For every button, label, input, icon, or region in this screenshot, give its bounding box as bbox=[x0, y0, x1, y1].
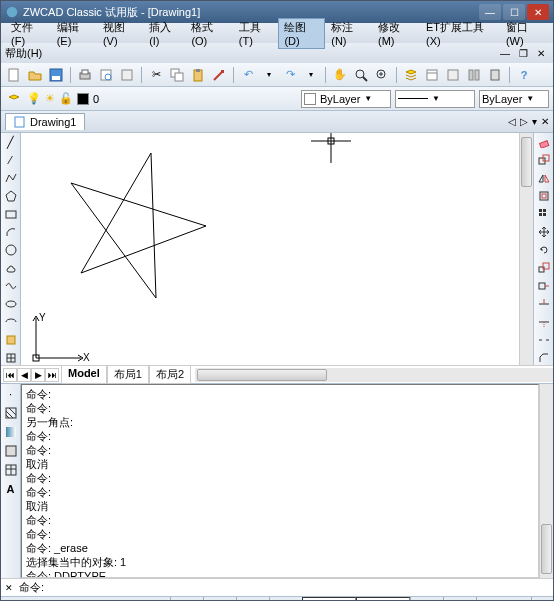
command-history[interactable]: 命令:命令:另一角点:命令:命令:取消命令:命令:取消命令:命令:命令: _er… bbox=[21, 384, 539, 578]
properties-icon[interactable] bbox=[423, 66, 441, 84]
layer-manager-icon[interactable] bbox=[402, 66, 420, 84]
trim-icon[interactable] bbox=[536, 296, 552, 311]
pan-icon[interactable]: ✋ bbox=[331, 66, 349, 84]
menu-tools[interactable]: 工具(T) bbox=[233, 18, 279, 49]
table-icon[interactable] bbox=[3, 462, 19, 478]
vertical-scrollbar[interactable] bbox=[519, 133, 533, 365]
status-toggle-极轴[interactable]: 极轴 bbox=[269, 597, 302, 601]
status-toggle-对象追踪[interactable]: 对象追踪 bbox=[356, 597, 410, 601]
command-close-icon[interactable]: ✕ bbox=[5, 583, 13, 593]
tab-dropdown-icon[interactable]: ▾ bbox=[532, 116, 537, 127]
color-dropdown[interactable]: ByLayer ▼ bbox=[301, 90, 391, 108]
region-icon[interactable] bbox=[3, 443, 19, 459]
status-toggle-捕捉[interactable]: 捕捉 bbox=[170, 597, 203, 601]
linetype-dropdown[interactable]: ▼ bbox=[395, 90, 475, 108]
copy-object-icon[interactable] bbox=[536, 153, 552, 168]
rectangle-icon[interactable] bbox=[3, 207, 19, 222]
sun-icon[interactable]: ☀ bbox=[45, 92, 55, 105]
drawing-canvas[interactable]: Y X bbox=[21, 133, 519, 365]
print-preview-icon[interactable] bbox=[97, 66, 115, 84]
gradient-icon[interactable] bbox=[3, 424, 19, 440]
new-icon[interactable] bbox=[5, 66, 23, 84]
insert-block-icon[interactable] bbox=[3, 332, 19, 347]
construction-line-icon[interactable]: ∕ bbox=[3, 153, 19, 168]
erase-icon[interactable] bbox=[536, 135, 552, 150]
menu-insert[interactable]: 插入(I) bbox=[143, 18, 185, 49]
tab-prev-icon[interactable]: ◁ bbox=[508, 116, 516, 127]
extend-icon[interactable] bbox=[536, 314, 552, 329]
status-toggle-动[interactable]: 动 bbox=[531, 597, 553, 601]
stretch-icon[interactable] bbox=[536, 278, 552, 293]
status-toggle-对象捕捉[interactable]: 对象捕捉 bbox=[302, 597, 356, 601]
offset-icon[interactable] bbox=[536, 189, 552, 204]
status-toggle-线宽[interactable]: 线宽 bbox=[410, 597, 443, 601]
model-tab[interactable]: Model bbox=[61, 365, 107, 384]
tab-prev-icon[interactable]: ◀ bbox=[17, 368, 31, 382]
design-center-icon[interactable] bbox=[444, 66, 462, 84]
move-icon[interactable] bbox=[536, 225, 552, 240]
tab-close-icon[interactable]: ✕ bbox=[541, 116, 549, 127]
command-input[interactable] bbox=[48, 582, 549, 594]
make-block-icon[interactable] bbox=[3, 350, 19, 365]
line-icon[interactable]: ╱ bbox=[3, 135, 19, 150]
point-icon[interactable]: · bbox=[3, 386, 19, 402]
mirror-icon[interactable] bbox=[536, 171, 552, 186]
polyline-icon[interactable] bbox=[3, 171, 19, 186]
array-icon[interactable] bbox=[536, 207, 552, 222]
layout1-tab[interactable]: 布局1 bbox=[107, 365, 149, 384]
menu-et-tools[interactable]: ET扩展工具(X) bbox=[420, 18, 500, 49]
status-toggle-栅格[interactable]: 栅格 bbox=[203, 597, 236, 601]
lineweight-dropdown[interactable]: ByLayer ▼ bbox=[479, 90, 549, 108]
command-scrollbar[interactable] bbox=[539, 384, 553, 578]
zoom-realtime-icon[interactable] bbox=[352, 66, 370, 84]
chamfer-icon[interactable] bbox=[536, 350, 552, 365]
menu-draw[interactable]: 绘图(D) bbox=[278, 18, 325, 49]
help-icon[interactable]: ? bbox=[515, 66, 533, 84]
undo-dropdown-icon[interactable]: ▾ bbox=[260, 66, 278, 84]
status-toggle-正交[interactable]: 正交 bbox=[236, 597, 269, 601]
child-restore-button[interactable]: ❐ bbox=[515, 46, 531, 60]
menu-window[interactable]: 窗口(W) bbox=[500, 18, 549, 49]
tab-next-icon[interactable]: ▷ bbox=[520, 116, 528, 127]
child-minimize-button[interactable]: — bbox=[497, 46, 513, 60]
print-icon[interactable] bbox=[76, 66, 94, 84]
match-properties-icon[interactable] bbox=[210, 66, 228, 84]
tab-last-icon[interactable]: ⏭ bbox=[45, 368, 59, 382]
status-toggle-数字化仪[interactable]: 数字化仪 bbox=[476, 597, 531, 601]
open-icon[interactable] bbox=[26, 66, 44, 84]
layer-color-swatch[interactable] bbox=[77, 93, 89, 105]
circle-icon[interactable] bbox=[3, 243, 19, 258]
scale-icon[interactable] bbox=[536, 260, 552, 275]
revision-cloud-icon[interactable] bbox=[3, 260, 19, 275]
layer-icon[interactable] bbox=[5, 90, 23, 108]
break-icon[interactable] bbox=[536, 332, 552, 347]
paste-icon[interactable] bbox=[189, 66, 207, 84]
undo-icon[interactable]: ↶ bbox=[239, 66, 257, 84]
mtext-icon[interactable]: A bbox=[3, 481, 19, 497]
menu-help[interactable]: 帮助(H) bbox=[5, 46, 42, 61]
menu-file[interactable]: 文件(F) bbox=[5, 18, 51, 49]
bulb-icon[interactable]: 💡 bbox=[27, 92, 41, 105]
cut-icon[interactable]: ✂ bbox=[147, 66, 165, 84]
horizontal-scrollbar[interactable] bbox=[195, 368, 553, 382]
ellipse-arc-icon[interactable] bbox=[3, 314, 19, 329]
publish-icon[interactable] bbox=[118, 66, 136, 84]
menu-format[interactable]: 格式(O) bbox=[185, 18, 232, 49]
rotate-icon[interactable] bbox=[536, 243, 552, 258]
arc-icon[interactable] bbox=[3, 225, 19, 240]
menu-edit[interactable]: 编辑(E) bbox=[51, 18, 97, 49]
ellipse-icon[interactable] bbox=[3, 296, 19, 311]
zoom-window-icon[interactable] bbox=[373, 66, 391, 84]
spline-icon[interactable] bbox=[3, 278, 19, 293]
calc-icon[interactable] bbox=[486, 66, 504, 84]
save-icon[interactable] bbox=[47, 66, 65, 84]
child-close-button[interactable]: ✕ bbox=[533, 46, 549, 60]
copy-icon[interactable] bbox=[168, 66, 186, 84]
lock-icon[interactable]: 🔓 bbox=[59, 92, 73, 105]
status-toggle-模型[interactable]: 模型 bbox=[443, 597, 476, 601]
redo-icon[interactable]: ↷ bbox=[281, 66, 299, 84]
menu-dimension[interactable]: 标注(N) bbox=[325, 18, 372, 49]
menu-modify[interactable]: 修改(M) bbox=[372, 18, 420, 49]
tool-palettes-icon[interactable] bbox=[465, 66, 483, 84]
doc-tab-drawing1[interactable]: Drawing1 bbox=[5, 113, 85, 130]
